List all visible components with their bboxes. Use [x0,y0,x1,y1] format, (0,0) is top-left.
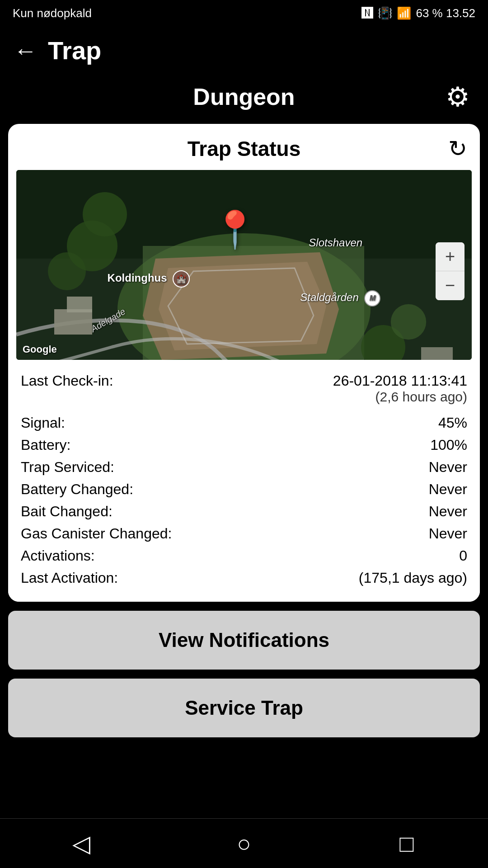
status-row-value: Never [429,503,467,520]
zoom-controls: + − [436,242,465,300]
status-row-label: Last Activation: [21,570,118,586]
view-notifications-button[interactable]: View Notifications [8,611,480,670]
status-row: Activations:0 [21,545,467,567]
status-bar-right: 🅽 📳 📶 63 % 13.52 [361,6,475,20]
svg-point-7 [48,252,86,290]
status-row-value: 45% [438,415,467,431]
page-heading-row: Dungeon ⚙ [0,79,488,124]
status-row-label: Trap Serviced: [21,459,114,476]
map-svg [16,170,472,360]
status-row: Trap Serviced:Never [21,456,467,478]
nav-back-button[interactable]: ◁ [54,826,108,862]
status-row: Battery:100% [21,434,467,456]
vibrate-icon: 📳 [378,6,392,20]
page-title: Trap [48,36,101,65]
top-nav: ← Trap [0,27,488,79]
map-pin: 📍 [212,212,258,248]
map-google-label: Google [23,344,57,355]
last-checkin-row: Last Check-in: 26-01-2018 11:13:41 (2,6 … [21,370,467,407]
status-row-label: Battery Changed: [21,481,133,498]
status-row: Gas Canister Changed:Never [21,523,467,545]
map-label-staldgarden: Staldgården M [300,290,380,307]
nav-home-button[interactable]: ○ [217,826,271,862]
status-row-value: 100% [430,437,467,453]
svg-point-9 [391,304,426,340]
status-info: Last Check-in: 26-01-2018 11:13:41 (2,6 … [8,360,480,602]
status-bar: Kun nødopkald 🅽 📳 📶 63 % 13.52 [0,0,488,27]
status-row-value: 0 [459,547,467,564]
status-row-value: Never [429,459,467,476]
refresh-button[interactable]: ↻ [448,136,467,162]
last-checkin-date: 26-01-2018 11:13:41 [333,373,467,389]
status-row-value: (175,1 days ago) [359,570,467,586]
nav-recent-button[interactable]: □ [380,826,434,862]
status-row-label: Bait Changed: [21,503,113,520]
svg-rect-14 [421,347,453,360]
status-row-label: Activations: [21,547,95,564]
nfc-icon: 🅽 [361,6,373,20]
map-container: 📍 Koldinghus 🏰 Slotshaven Staldgården M … [16,170,472,360]
card-title: Trap Status [188,137,301,161]
last-checkin-label: Last Check-in: [21,373,113,389]
trap-status-card: Trap Status ↻ [8,124,480,602]
card-header: Trap Status ↻ [8,124,480,170]
battery-text: 63 % 13.52 [416,6,475,20]
status-row-label: Signal: [21,415,65,431]
settings-icon[interactable]: ⚙ [446,81,470,113]
status-row: Battery Changed:Never [21,478,467,500]
status-row: Bait Changed:Never [21,500,467,523]
status-row-value: Never [429,525,467,542]
status-row: Signal:45% [21,412,467,434]
map-label-koldinghus: Koldinghus 🏰 [108,270,190,288]
zoom-out-button[interactable]: − [436,271,465,300]
service-trap-button[interactable]: Service Trap [8,679,480,737]
status-row-label: Battery: [21,437,70,453]
wifi-icon: 📶 [397,6,411,20]
status-row-value: Never [429,481,467,498]
zoom-in-button[interactable]: + [436,242,465,271]
svg-rect-11 [54,309,92,335]
last-checkin-ago: (2,6 hours ago) [333,389,467,405]
status-row: Last Activation:(175,1 days ago) [21,567,467,589]
status-bar-carrier: Kun nødopkald [13,6,92,20]
status-row-label: Gas Canister Changed: [21,525,172,542]
svg-point-10 [83,192,127,236]
dungeon-title: Dungeon [193,83,295,110]
status-rows: Signal:45%Battery:100%Trap Serviced:Neve… [21,412,467,589]
bottom-nav: ◁ ○ □ [0,818,488,868]
map-label-slotshaven: Slotshaven [309,236,362,249]
svg-rect-12 [67,297,92,312]
back-button[interactable]: ← [14,39,37,62]
